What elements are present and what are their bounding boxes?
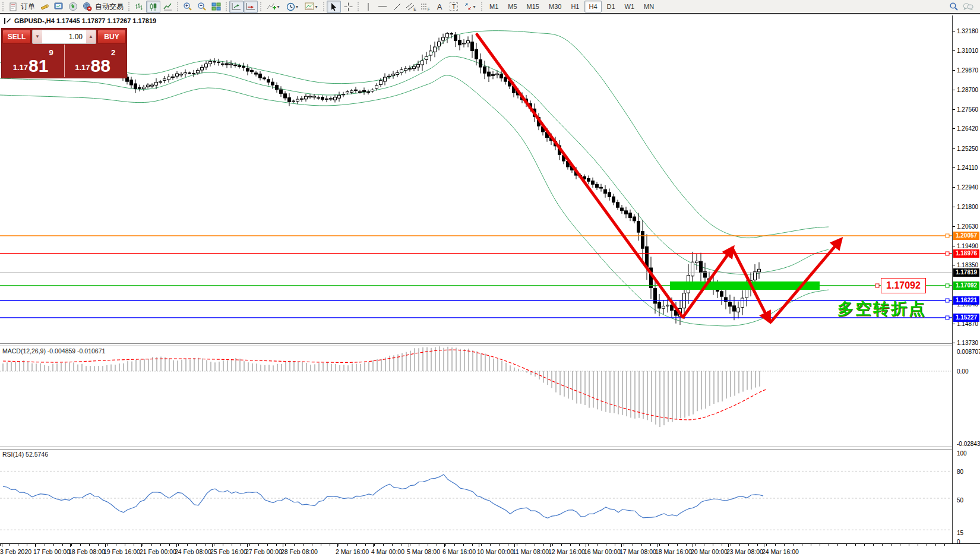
trendline-icon	[393, 2, 402, 11]
macd-label: MACD(12,26,9) -0.004859 -0.010671	[2, 347, 105, 355]
template-icon	[305, 2, 314, 11]
time-axis-label: 2 Mar 16:00	[336, 548, 369, 555]
new-order-icon	[9, 2, 18, 11]
line-chart-button[interactable]	[160, 1, 175, 13]
timeframe-m15[interactable]: M15	[523, 1, 543, 12]
price-tick-label: 1.26420	[957, 125, 978, 132]
chat-icon	[963, 2, 973, 11]
time-axis-label: 25 Feb 16:00	[210, 548, 247, 555]
new-order-button[interactable]	[6, 1, 20, 13]
buy-price-prefix: 1.17	[75, 63, 90, 72]
fibonacci-button[interactable]: F	[418, 1, 432, 13]
templates-button[interactable]: ▾	[302, 1, 321, 13]
buy-price[interactable]: 1.17 88 2	[65, 45, 127, 77]
price-tick-label: 1.24110	[957, 164, 978, 171]
sell-button[interactable]: SELL	[2, 30, 31, 44]
rsi-pane[interactable]	[0, 448, 952, 543]
trendline-button[interactable]	[390, 1, 404, 13]
volume-decrease-button[interactable]: ▼	[33, 30, 42, 43]
vertical-line-icon	[364, 2, 372, 11]
volume-increase-button[interactable]: ▲	[86, 30, 96, 43]
price-badge: 1.20057	[953, 232, 979, 240]
buy-price-pip: 2	[111, 48, 115, 57]
time-axis-label: 6 Mar 16:00	[442, 548, 476, 555]
arrows-icon	[464, 2, 472, 11]
signal-icon	[68, 2, 78, 11]
market-watch-button[interactable]	[37, 1, 52, 13]
toolbar-grip	[481, 2, 482, 11]
time-axis-label: 19 Feb 16:00	[103, 548, 140, 555]
time-axis-label: 27 Feb 00:00	[245, 548, 282, 555]
text-label-button[interactable]: T	[447, 1, 461, 13]
one-click-trading-panel: SELL ▼ ▲ BUY 1.17 81 9 1.17 88 2	[1, 28, 127, 78]
crosshair-button[interactable]	[341, 1, 355, 13]
horizontal-line-button[interactable]	[375, 1, 390, 13]
timeframe-m30[interactable]: M30	[545, 1, 565, 12]
price-tick-label: 1.20630	[957, 223, 978, 230]
timeframe-h1[interactable]: H1	[567, 1, 583, 12]
arrows-button[interactable]: ▾	[461, 1, 479, 13]
signals-button[interactable]	[66, 1, 80, 13]
price-axis[interactable]: 1.321801.310101.298701.287001.275601.264…	[952, 15, 980, 543]
auto-trading-button[interactable]	[80, 1, 94, 13]
main-price-pane[interactable]	[0, 15, 952, 343]
macd-pane[interactable]	[0, 345, 952, 447]
timeframe-mn[interactable]: MN	[640, 1, 658, 12]
search-icon	[949, 2, 959, 11]
cursor-button[interactable]	[327, 1, 341, 13]
timeframe-m1[interactable]: M1	[485, 1, 502, 12]
rsi-axis-label: 50	[957, 497, 963, 504]
price-tick-label: 1.13730	[957, 340, 978, 346]
rsi-label: RSI(14) 52.5746	[2, 451, 48, 458]
terminal-button[interactable]	[52, 1, 66, 13]
timeframe-m5[interactable]: M5	[504, 1, 521, 12]
main-toolbar: 订单 自动交易 ▾ ▾	[0, 0, 980, 14]
bar-chart-icon	[135, 2, 144, 11]
time-axis-label: 12 Mar 16:00	[548, 548, 585, 555]
time-axis-label: 11 Mar 08:00	[513, 548, 549, 555]
tile-windows-button[interactable]	[209, 1, 223, 13]
turning-point-annotation[interactable]: 多空转折点	[837, 298, 927, 319]
horizontal-line-icon	[378, 2, 387, 11]
sell-price-pip: 9	[49, 48, 53, 57]
chart-shift-button[interactable]	[244, 1, 258, 13]
buy-button[interactable]: BUY	[97, 30, 126, 44]
equidistant-channel-button[interactable]: E	[404, 1, 418, 13]
price-badge: 1.17819	[953, 268, 979, 277]
text-button[interactable]: A	[432, 1, 447, 13]
timeframe-h4[interactable]: H4	[584, 1, 601, 12]
bar-chart-button[interactable]	[132, 1, 146, 13]
macd-axis-label: 0.00	[957, 368, 968, 375]
zoom-out-button[interactable]	[195, 1, 209, 13]
chart-shift-icon	[246, 2, 255, 11]
rsi-axis-label: 15	[957, 530, 963, 536]
price-badge: 1.17092	[953, 281, 979, 290]
chart-symbol-icon	[4, 17, 11, 24]
search-button[interactable]	[947, 1, 961, 13]
auto-trading-label[interactable]: 自动交易	[95, 2, 124, 12]
chevron-down-icon: ▾	[296, 4, 298, 10]
time-axis-label: 5 Mar 08:00	[407, 548, 440, 555]
indicators-button[interactable]: ▾	[264, 1, 283, 13]
gold-horn-icon	[40, 2, 49, 11]
sell-price[interactable]: 1.17 81 9	[2, 45, 65, 77]
zoom-in-button[interactable]	[181, 1, 195, 13]
vertical-line-button[interactable]	[361, 1, 375, 13]
toolbar-grip	[358, 2, 359, 11]
new-order-label[interactable]: 订单	[21, 2, 35, 12]
periods-button[interactable]: ▾	[283, 1, 302, 13]
time-axis-label: 17 Mar 08:00	[619, 548, 656, 555]
volume-input[interactable]	[42, 32, 86, 42]
level-price-callout[interactable]: 1.17092	[881, 278, 926, 293]
trade-panel-controls: SELL ▼ ▲ BUY	[2, 29, 127, 44]
toolbar-grip	[323, 2, 324, 11]
toolbar-grip	[226, 2, 227, 11]
chat-button[interactable]	[961, 1, 975, 13]
auto-scroll-button[interactable]	[229, 1, 244, 13]
chart-window[interactable]: GBPUSD-,H4 1.17445 1.17877 1.17267 1.178…	[0, 15, 980, 560]
candlestick-chart-button[interactable]	[146, 1, 160, 13]
timeframe-d1[interactable]: D1	[603, 1, 619, 12]
timeframe-w1[interactable]: W1	[621, 1, 639, 12]
time-axis[interactable]: 3 Feb 202017 Feb 00:0018 Feb 08:0019 Feb…	[0, 543, 980, 560]
toolbar-right-group	[947, 1, 975, 13]
